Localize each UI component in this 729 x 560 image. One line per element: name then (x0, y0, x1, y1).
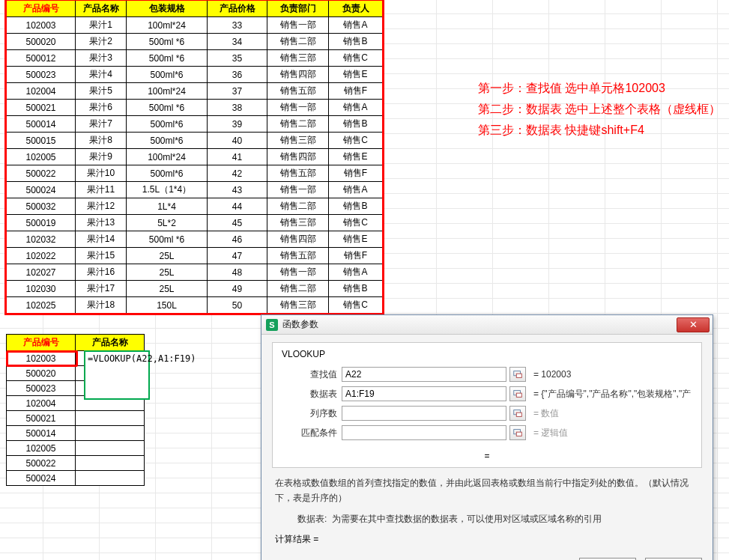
cell[interactable]: 销售B (329, 198, 383, 215)
table-row[interactable]: 102003果汁1100ml*2433销售一部销售A (7, 17, 383, 34)
cell[interactable]: 销售二部 (267, 198, 329, 215)
table-row[interactable]: 500021 (7, 411, 145, 426)
cell[interactable]: 500024 (7, 471, 76, 486)
cell[interactable]: 销售二部 (267, 116, 329, 133)
cell[interactable]: 102032 (7, 231, 76, 248)
cell[interactable]: 500ml *6 (127, 100, 208, 116)
cell[interactable]: 果汁15 (76, 248, 127, 264)
cell[interactable]: 500023 (7, 67, 76, 83)
dialog-titlebar[interactable]: S 函数参数 ✕ (261, 315, 713, 335)
cell[interactable]: 果汁4 (76, 67, 127, 83)
cell[interactable] (76, 441, 145, 456)
cell[interactable]: 销售一部 (267, 264, 329, 281)
table-row[interactable]: 102032果汁14500ml *646销售四部销售E (7, 231, 383, 248)
cell[interactable]: 1.5L（1*4） (127, 182, 208, 198)
cell[interactable]: 销售五部 (267, 165, 329, 182)
cell[interactable]: 销售一部 (267, 17, 329, 34)
cell[interactable]: 500023 (7, 381, 76, 396)
close-icon[interactable]: ✕ (677, 317, 710, 332)
cell[interactable]: 销售C (329, 297, 383, 314)
cell[interactable]: 102022 (7, 248, 76, 264)
arg-input[interactable] (342, 425, 506, 440)
cell[interactable]: 500ml *6 (127, 50, 208, 67)
cell[interactable]: 44 (208, 198, 267, 215)
cell[interactable]: 500020 (7, 366, 76, 381)
cell[interactable]: 销售三部 (267, 50, 329, 67)
cell[interactable]: 销售三部 (267, 215, 329, 231)
cell[interactable]: 40 (208, 133, 267, 149)
cell[interactable]: 46 (208, 231, 267, 248)
cell[interactable]: 销售C (329, 133, 383, 149)
table-row[interactable]: 500022果汁10500ml*642销售五部销售F (7, 165, 383, 182)
cell[interactable]: 50 (208, 297, 267, 314)
table-row[interactable]: 500024 (7, 471, 145, 486)
cell[interactable]: 销售一部 (267, 100, 329, 116)
cell[interactable]: 果汁9 (76, 149, 127, 165)
cell[interactable] (76, 456, 145, 471)
cell[interactable]: 销售F (329, 165, 383, 182)
cell[interactable]: 销售三部 (267, 133, 329, 149)
cell[interactable]: 500022 (7, 165, 76, 182)
table-row[interactable]: 500014果汁7500ml*639销售二部销售B (7, 116, 383, 133)
cell[interactable]: 果汁10 (76, 165, 127, 182)
cell[interactable]: 果汁12 (76, 198, 127, 215)
cell[interactable]: 102003 (7, 17, 76, 34)
formula-editing-cell[interactable]: =VLOOKUP(A22,A1:F19) (84, 350, 150, 400)
cell[interactable]: 102005 (7, 441, 76, 456)
cell[interactable]: 102003 (7, 351, 76, 366)
column-header[interactable]: 包装规格 (127, 1, 208, 17)
cell[interactable]: 销售C (329, 50, 383, 67)
cell[interactable]: 果汁7 (76, 116, 127, 133)
cell[interactable]: 102005 (7, 149, 76, 165)
arg-input[interactable] (342, 406, 506, 421)
cell[interactable]: 25L (127, 248, 208, 264)
cell[interactable]: 销售C (329, 215, 383, 231)
cell[interactable]: 果汁1 (76, 17, 127, 34)
cell[interactable]: 销售四部 (267, 67, 329, 83)
range-picker-icon[interactable] (509, 425, 526, 440)
cell[interactable]: 500014 (7, 116, 76, 133)
column-header[interactable]: 产品价格 (208, 1, 267, 17)
table-row[interactable]: 500032果汁121L*444销售二部销售B (7, 198, 383, 215)
cell[interactable] (76, 471, 145, 486)
table-row[interactable]: 500014 (7, 426, 145, 441)
cell[interactable]: 35 (208, 50, 267, 67)
cell[interactable]: 果汁2 (76, 34, 127, 50)
cell[interactable]: 销售四部 (267, 149, 329, 165)
cell[interactable]: 500ml*6 (127, 133, 208, 149)
cell[interactable]: 销售五部 (267, 248, 329, 264)
cell[interactable]: 销售F (329, 248, 383, 264)
range-picker-icon[interactable] (509, 406, 526, 421)
cell[interactable]: 销售一部 (267, 182, 329, 198)
table-row[interactable]: 500020果汁2500ml *634销售二部销售B (7, 34, 383, 50)
cell[interactable]: 销售E (329, 231, 383, 248)
cell[interactable]: 41 (208, 149, 267, 165)
cell[interactable]: 25L (127, 264, 208, 281)
cell[interactable]: 500ml*6 (127, 165, 208, 182)
cell[interactable]: 销售B (329, 281, 383, 297)
cell[interactable]: 500012 (7, 50, 76, 67)
cell[interactable] (76, 411, 145, 426)
cell[interactable]: 25L (127, 281, 208, 297)
cell[interactable]: 500ml*6 (127, 67, 208, 83)
table-row[interactable]: 500022 (7, 456, 145, 471)
cell[interactable]: 销售二部 (267, 281, 329, 297)
arg-input[interactable] (342, 367, 506, 382)
cell[interactable]: 47 (208, 248, 267, 264)
cell[interactable]: 果汁16 (76, 264, 127, 281)
column-header[interactable]: 产品编号 (7, 335, 76, 351)
cell[interactable]: 销售F (329, 83, 383, 100)
cell[interactable] (76, 426, 145, 441)
cell[interactable]: 果汁8 (76, 133, 127, 149)
cell[interactable]: 500019 (7, 215, 76, 231)
cell[interactable]: 销售B (329, 34, 383, 50)
table-row[interactable]: 102005果汁9100ml*2441销售四部销售E (7, 149, 383, 165)
column-header[interactable]: 产品名称 (76, 1, 127, 17)
table-row[interactable]: 500019果汁135L*245销售三部销售C (7, 215, 383, 231)
cell[interactable]: 果汁3 (76, 50, 127, 67)
cell[interactable]: 102004 (7, 396, 76, 411)
cell[interactable]: 销售三部 (267, 297, 329, 314)
table-row[interactable]: 500024果汁111.5L（1*4）43销售一部销售A (7, 182, 383, 198)
cell[interactable]: 销售B (329, 116, 383, 133)
cell[interactable]: 销售A (329, 182, 383, 198)
